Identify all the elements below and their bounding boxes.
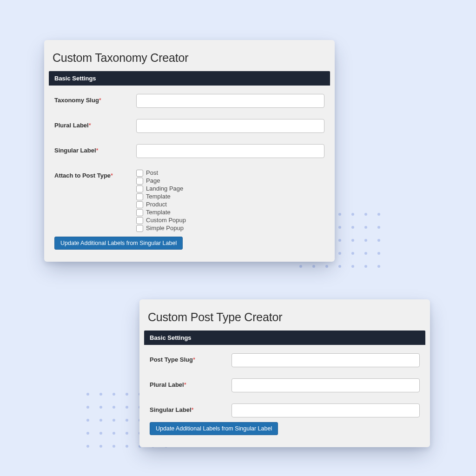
checkbox[interactable] (136, 201, 143, 208)
row-taxonomy-slug: Taxonomy Slug* (54, 94, 324, 108)
label-plural-label: Plural Label* (54, 119, 136, 129)
page-title: Custom Post Type Creator (144, 304, 425, 331)
label-singular-label: Singular Label* (150, 403, 231, 413)
attach-post-type-checkbox-list: PostPageLanding PageTemplateProductTempl… (136, 169, 324, 232)
update-labels-button[interactable]: Update Additional Labels from Singular L… (54, 237, 183, 250)
checkbox-label: Page (146, 177, 160, 185)
checkbox[interactable] (136, 217, 143, 224)
plural-label-input[interactable] (231, 378, 420, 392)
checkbox-row[interactable]: Template (136, 193, 324, 200)
checkbox-label: Landing Page (146, 185, 183, 192)
checkbox-label: Post (146, 169, 158, 177)
singular-label-input[interactable] (136, 144, 324, 158)
taxonomy-creator-panel: Custom Taxonomy Creator Basic Settings T… (44, 40, 335, 262)
checkbox-row[interactable]: Template (136, 209, 324, 216)
section-header-basic: Basic Settings (144, 331, 425, 345)
post-type-creator-panel: Custom Post Type Creator Basic Settings … (139, 299, 430, 447)
checkbox-label: Simple Popup (146, 225, 184, 232)
checkbox-row[interactable]: Custom Popup (136, 217, 324, 224)
label-post-type-slug: Post Type Slug* (150, 353, 231, 363)
singular-label-input[interactable] (231, 403, 420, 417)
label-taxonomy-slug: Taxonomy Slug* (54, 94, 136, 104)
post-type-slug-input[interactable] (231, 353, 420, 367)
row-plural-label: Plural Label* (54, 119, 324, 133)
checkbox-row[interactable]: Landing Page (136, 185, 324, 192)
checkbox[interactable] (136, 193, 143, 200)
row-post-type-slug: Post Type Slug* (150, 353, 420, 367)
checkbox[interactable] (136, 178, 143, 185)
checkbox[interactable] (136, 225, 143, 232)
label-plural-label: Plural Label* (150, 378, 231, 388)
checkbox-label: Template (146, 193, 171, 200)
taxonomy-slug-input[interactable] (136, 94, 324, 108)
checkbox[interactable] (136, 170, 143, 177)
page-title: Custom Taxonomy Creator (49, 45, 330, 71)
checkbox-row[interactable]: Page (136, 177, 324, 185)
checkbox-row[interactable]: Post (136, 169, 324, 177)
section-header-basic: Basic Settings (49, 71, 330, 86)
label-attach-post-type: Attach to Post Type* (54, 169, 136, 179)
checkbox-row[interactable]: Simple Popup (136, 225, 324, 232)
row-singular-label: Singular Label* (150, 403, 420, 417)
checkbox-row[interactable]: Product (136, 201, 324, 208)
checkbox-label: Template (146, 209, 171, 216)
row-singular-label: Singular Label* (54, 144, 324, 158)
section-body: Post Type Slug* Plural Label* Singular L… (144, 345, 425, 441)
label-singular-label: Singular Label* (54, 144, 136, 154)
row-plural-label: Plural Label* (150, 378, 420, 392)
checkbox[interactable] (136, 185, 143, 192)
checkbox-label: Custom Popup (146, 217, 186, 224)
row-attach-post-type: Attach to Post Type* PostPageLanding Pag… (54, 169, 324, 232)
update-labels-button[interactable]: Update Additional Labels from Singular L… (150, 422, 278, 435)
checkbox[interactable] (136, 209, 143, 216)
plural-label-input[interactable] (136, 119, 324, 133)
checkbox-label: Product (146, 201, 167, 208)
section-body: Taxonomy Slug* Plural Label* Singular La… (49, 86, 330, 255)
